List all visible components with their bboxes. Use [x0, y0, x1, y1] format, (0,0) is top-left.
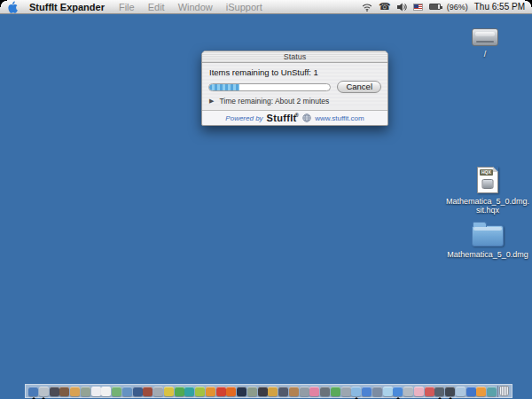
- dock-icon[interactable]: [101, 387, 111, 396]
- menu-file[interactable]: File: [119, 2, 135, 12]
- progress-bar: [208, 83, 331, 91]
- dock-icon[interactable]: [258, 387, 268, 396]
- dock-icon[interactable]: [91, 387, 101, 396]
- hqx-file-label: Mathematica_5_0.dmg. sit.hqx: [446, 197, 529, 215]
- dialog-footer: Powered by StuffIt® www.stuffit.com: [202, 110, 387, 125]
- dock-icon[interactable]: [175, 387, 184, 396]
- dock-icon[interactable]: [133, 387, 143, 396]
- desktop-icon-hqx-file[interactable]: HQX Mathematica_5_0.dmg. sit.hqx: [446, 167, 529, 215]
- menu-edit[interactable]: Edit: [148, 2, 165, 12]
- progress-fill: [209, 84, 239, 90]
- disclosure-triangle-icon[interactable]: ▶: [209, 98, 214, 105]
- apple-menu[interactable]: [7, 1, 19, 13]
- dock-icon[interactable]: [70, 387, 80, 396]
- dock-icon[interactable]: [456, 387, 466, 396]
- stuffit-url-link[interactable]: www.stuffit.com: [315, 114, 364, 122]
- hard-disk-icon: [472, 28, 498, 46]
- menu-bar-status-area: ☎ (96%) Thu 6:55 PM: [362, 2, 525, 12]
- apple-icon: [7, 1, 19, 13]
- dock-icon[interactable]: [122, 387, 132, 396]
- modem-phone-icon[interactable]: ☎: [379, 2, 391, 12]
- items-remaining-text: Items remaining to UnStuff: 1: [209, 67, 381, 77]
- dock-separator: [497, 386, 498, 397]
- cancel-button[interactable]: Cancel: [337, 81, 381, 93]
- dock-icon[interactable]: [309, 387, 319, 396]
- dock-icon[interactable]: [206, 387, 215, 396]
- registered-mark: ®: [294, 113, 299, 118]
- hard-disk-label: /: [484, 50, 487, 59]
- dock-icon[interactable]: [289, 387, 299, 396]
- dock-icon[interactable]: [195, 387, 205, 396]
- dock-icon[interactable]: [445, 387, 455, 396]
- menu-bar: StuffIt Expander File Edit Window iSuppo…: [0, 0, 532, 14]
- dock-icon[interactable]: [164, 387, 174, 396]
- battery-percent: (96%): [447, 3, 468, 12]
- airport-icon[interactable]: [362, 3, 372, 12]
- dock-icon[interactable]: [341, 387, 351, 396]
- dialog-titlebar[interactable]: Status: [202, 51, 387, 63]
- dock-icon[interactable]: [237, 387, 246, 396]
- dock-icon[interactable]: [425, 387, 434, 396]
- dock-icon[interactable]: [466, 387, 476, 396]
- dock-icon[interactable]: [39, 387, 49, 396]
- dock-icon[interactable]: [28, 387, 38, 396]
- dock-icon[interactable]: [403, 387, 413, 396]
- folder-label: Mathematica_5_0.dmg: [447, 250, 528, 259]
- folder-icon: [472, 225, 504, 246]
- globe-icon: [302, 113, 311, 122]
- dock-icon[interactable]: [268, 387, 278, 396]
- dock-icon[interactable]: [372, 387, 382, 396]
- dock-icon[interactable]: [50, 387, 59, 396]
- dialog-body: Items remaining to UnStuff: 1 Cancel ▶ T…: [202, 63, 387, 106]
- dock-icon[interactable]: [300, 387, 309, 396]
- screen-corner-right: [525, 0, 532, 7]
- screen-corner-left: [0, 0, 7, 7]
- dialog-title: Status: [284, 52, 307, 61]
- stuffit-brand-text: StuffIt®: [267, 113, 300, 123]
- hqx-badge: HQX: [480, 169, 493, 176]
- dock-icon[interactable]: [112, 387, 121, 396]
- dock-icon[interactable]: [383, 387, 393, 396]
- dock-icon[interactable]: [247, 387, 257, 396]
- dock-icon[interactable]: [351, 387, 361, 396]
- desktop-icon-folder[interactable]: Mathematica_5_0.dmg: [446, 222, 529, 259]
- trash-icon[interactable]: [499, 386, 509, 396]
- menu-bar-clock[interactable]: Thu 6:55 PM: [474, 2, 525, 12]
- battery-icon[interactable]: [429, 4, 441, 10]
- dock-icon[interactable]: [393, 387, 403, 396]
- hqx-file-icon: HQX: [477, 167, 498, 193]
- desktop: StuffIt Expander File Edit Window iSuppo…: [0, 0, 532, 399]
- menu-isupport[interactable]: iSupport: [226, 2, 262, 12]
- dock-icon[interactable]: [331, 387, 340, 396]
- dock-icon[interactable]: [414, 387, 424, 396]
- dock-icon[interactable]: [278, 387, 288, 396]
- keyboard-layout-flag-icon[interactable]: [413, 4, 423, 11]
- dock-icon[interactable]: [143, 387, 153, 396]
- dock-icon[interactable]: [226, 387, 236, 396]
- dock-icon[interactable]: [81, 387, 90, 396]
- powered-by-text: Powered by: [225, 114, 262, 122]
- stuffit-mini-app-icon: [482, 179, 494, 189]
- dock-icon[interactable]: [487, 387, 497, 396]
- active-app-menu[interactable]: StuffIt Expander: [29, 2, 105, 12]
- desktop-icon-hard-disk[interactable]: /: [455, 28, 515, 59]
- dock-icon[interactable]: [153, 387, 163, 396]
- dock-icon[interactable]: [320, 387, 330, 396]
- menu-window[interactable]: Window: [178, 2, 213, 12]
- status-dialog: Status Items remaining to UnStuff: 1 Can…: [201, 51, 388, 126]
- dock-icon[interactable]: [216, 387, 226, 396]
- dock-icon[interactable]: [362, 387, 372, 396]
- dock-icon[interactable]: [434, 387, 444, 396]
- dock-icon[interactable]: [184, 387, 194, 396]
- dock-icon[interactable]: [59, 387, 69, 396]
- volume-icon[interactable]: [397, 3, 407, 12]
- dock: [25, 384, 512, 398]
- dock-icon[interactable]: [476, 387, 486, 396]
- time-remaining-text: Time remaining: About 2 minutes: [219, 97, 329, 106]
